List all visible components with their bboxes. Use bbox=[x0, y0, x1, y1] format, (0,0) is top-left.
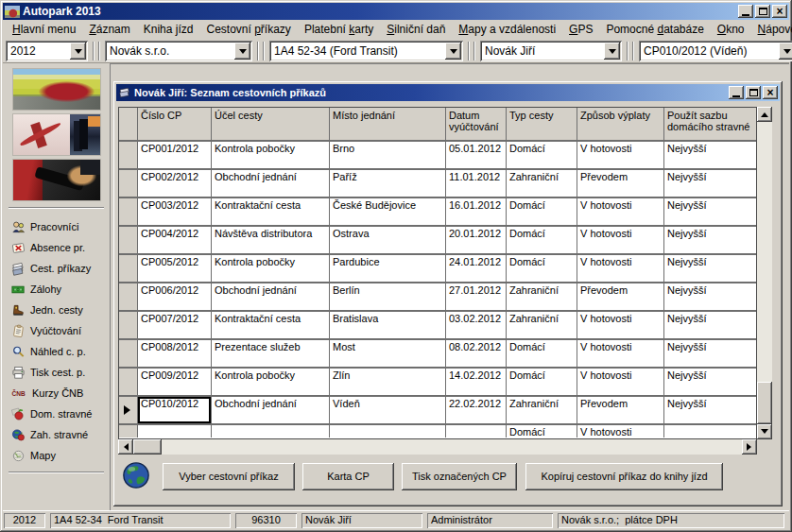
menu-item-2[interactable]: Kniha jízd bbox=[137, 20, 200, 39]
table-cell[interactable]: Ostrava bbox=[330, 227, 446, 253]
select-travel-order-button[interactable]: Vyber cestovní příkaz bbox=[163, 463, 295, 490]
table-cell[interactable]: Kontrola pobočky bbox=[212, 255, 330, 282]
table-cell[interactable]: Domácí bbox=[507, 198, 577, 225]
row-selector[interactable] bbox=[119, 369, 138, 395]
main-titlebar[interactable]: Autopark 2013 × bbox=[3, 3, 789, 20]
inner-minimize-button[interactable] bbox=[729, 86, 744, 99]
menu-item-6[interactable]: Mapy a vzdálenosti bbox=[452, 20, 562, 39]
column-header-3[interactable]: Datum vyúčtování bbox=[446, 108, 507, 140]
menu-item-5[interactable]: Silniční daň bbox=[380, 20, 452, 39]
menu-item-3[interactable]: Cestovní příkazy bbox=[199, 20, 297, 39]
table-cell[interactable]: V hotovosti bbox=[577, 340, 664, 367]
table-cell[interactable]: 27.01.2012 bbox=[446, 283, 507, 310]
sidebar-item-nahled[interactable]: Náhled c. p. bbox=[3, 341, 110, 362]
table-cell[interactable]: Domácí bbox=[507, 425, 577, 438]
table-cell[interactable]: Kontraktační cesta bbox=[212, 312, 330, 338]
column-header-5[interactable]: Způsob výplaty bbox=[577, 108, 664, 140]
inner-close-button[interactable]: × bbox=[763, 86, 778, 99]
sidebar-item-zalohy[interactable]: Zálohy bbox=[3, 279, 110, 300]
table-cell[interactable]: 03.02.2012 bbox=[446, 312, 507, 338]
table-cell[interactable]: CP010/2012 bbox=[138, 397, 212, 423]
scroll-down-button[interactable] bbox=[757, 424, 772, 439]
menu-item-1[interactable]: Záznam bbox=[82, 20, 136, 39]
table-cell[interactable]: Obchodní jednání bbox=[212, 397, 330, 423]
row-selector[interactable] bbox=[119, 397, 138, 423]
table-cell[interactable]: Obchodní jednání bbox=[212, 170, 330, 197]
inner-titlebar[interactable]: Novák Jiří: Seznam cestovních příkazů × bbox=[116, 84, 780, 101]
table-cell[interactable]: Pardubice bbox=[330, 255, 446, 282]
table-cell[interactable]: Zahraniční bbox=[507, 283, 577, 310]
scroll-up-button[interactable] bbox=[757, 107, 772, 122]
table-cell[interactable]: Bratislava bbox=[330, 312, 446, 338]
table-cell[interactable]: CP009/2012 bbox=[138, 369, 212, 395]
table-cell[interactable]: CP001/2012 bbox=[138, 142, 212, 168]
row-selector[interactable] bbox=[119, 283, 138, 310]
table-cell[interactable]: 11.01.2012 bbox=[446, 170, 507, 197]
menu-item-9[interactable]: Okno bbox=[711, 20, 751, 39]
row-selector[interactable] bbox=[119, 198, 138, 225]
company-dropdown-button[interactable] bbox=[234, 43, 250, 60]
table-cell[interactable]: Nejvyšší bbox=[664, 340, 756, 367]
table-cell[interactable]: V hotovosti bbox=[577, 142, 664, 168]
horizontal-scrollbar[interactable] bbox=[118, 439, 757, 455]
table-corner-cell[interactable] bbox=[119, 108, 138, 140]
table-cell[interactable]: V hotovosti bbox=[577, 227, 664, 253]
table-cell[interactable]: Berlín bbox=[330, 283, 446, 310]
column-header-0[interactable]: Číslo CP bbox=[138, 108, 212, 140]
column-header-2[interactable]: Místo jednání bbox=[330, 108, 446, 140]
vehicle-combobox[interactable]: 1A4 52-34 (Ford Transit) bbox=[269, 41, 463, 61]
trip-dropdown-button[interactable] bbox=[779, 43, 792, 60]
table-cell[interactable]: Nejvyšší bbox=[664, 227, 756, 253]
driver-dropdown-button[interactable] bbox=[604, 43, 620, 60]
table-cell[interactable]: Nejvyšší bbox=[664, 369, 756, 395]
table-cell[interactable]: 14.02.2012 bbox=[446, 369, 507, 395]
company-combobox[interactable]: Novák s.r.o. bbox=[105, 41, 252, 61]
table-cell[interactable]: 22.02.2012 bbox=[446, 397, 507, 423]
table-cell[interactable]: CP006/2012 bbox=[138, 283, 212, 310]
menu-item-10[interactable]: Nápověda bbox=[751, 20, 792, 39]
minimize-button[interactable] bbox=[738, 5, 753, 18]
table-cell[interactable]: 20.01.2012 bbox=[446, 227, 507, 253]
table-cell[interactable]: Most bbox=[330, 340, 446, 367]
copy-to-logbook-button[interactable]: Kopíruj cestovní příkaz do knihy jízd bbox=[525, 463, 723, 490]
table-cell[interactable]: Brno bbox=[330, 142, 446, 168]
sidebar-item-kurzy-cnb[interactable]: ČNB Kurzy ČNB bbox=[3, 383, 110, 403]
table-cell[interactable] bbox=[446, 425, 507, 438]
table-cell[interactable]: Kontrola pobočky bbox=[212, 369, 330, 395]
table-cell[interactable] bbox=[330, 425, 446, 438]
table-cell[interactable]: V hotovosti bbox=[577, 255, 664, 282]
row-selector[interactable] bbox=[119, 255, 138, 282]
menu-item-8[interactable]: Pomocné databáze bbox=[599, 20, 710, 39]
table-cell[interactable]: V hotovosti bbox=[577, 369, 664, 395]
menu-item-4[interactable]: Platební karty bbox=[298, 20, 380, 39]
year-combobox[interactable]: 2012 bbox=[6, 41, 88, 61]
inner-maximize-button[interactable] bbox=[746, 86, 761, 99]
table-cell[interactable]: CP008/2012 bbox=[138, 340, 212, 367]
table-cell[interactable]: Návštěva distributora bbox=[212, 227, 330, 253]
sidebar-item-jedn-cesty[interactable]: Jedn. cesty bbox=[3, 300, 110, 320]
table-cell[interactable]: Zahraniční bbox=[507, 397, 577, 423]
table-cell[interactable]: Převodem bbox=[577, 283, 664, 310]
table-cell[interactable] bbox=[664, 425, 756, 438]
table-cell[interactable]: CP005/2012 bbox=[138, 255, 212, 282]
vertical-scrollbar[interactable] bbox=[757, 107, 772, 439]
table-cell[interactable]: CP004/2012 bbox=[138, 227, 212, 253]
table-cell[interactable]: Domácí bbox=[507, 227, 577, 253]
table-cell[interactable]: Domácí bbox=[507, 255, 577, 282]
menu-item-7[interactable]: GPS bbox=[562, 20, 599, 39]
row-selector[interactable] bbox=[119, 227, 138, 253]
row-selector[interactable] bbox=[119, 340, 138, 367]
sidebar-item-dom-stravne[interactable]: Dom. stravné bbox=[3, 403, 110, 424]
table-cell[interactable]: CP002/2012 bbox=[138, 170, 212, 197]
table-cell[interactable]: Nejvyšší bbox=[664, 170, 756, 197]
table-cell[interactable]: CP003/2012 bbox=[138, 198, 212, 225]
scroll-left-button[interactable] bbox=[118, 439, 133, 455]
table-cell[interactable]: V hotovosti bbox=[577, 198, 664, 225]
column-header-1[interactable]: Účel cesty bbox=[212, 108, 330, 140]
table-cell[interactable]: Zlín bbox=[330, 369, 446, 395]
table-cell[interactable]: Nejvyšší bbox=[664, 312, 756, 338]
table-cell[interactable]: Nejvyšší bbox=[664, 198, 756, 225]
table-cell[interactable]: Zahraniční bbox=[507, 170, 577, 197]
table-cell[interactable]: Domácí bbox=[507, 340, 577, 367]
vehicle-dropdown-button[interactable] bbox=[445, 43, 461, 60]
